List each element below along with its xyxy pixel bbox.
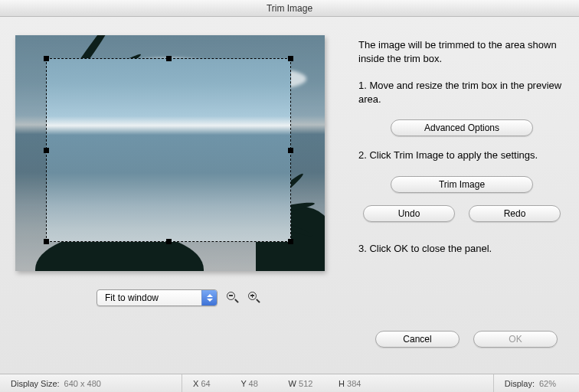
undo-button[interactable]: Undo [363, 205, 455, 222]
status-display-label: Display: [505, 379, 535, 388]
status-h-value: 384 [347, 379, 373, 388]
window-titlebar: Trim Image [0, 0, 579, 17]
status-w-label: W [289, 379, 296, 388]
zoom-in-icon[interactable] [248, 292, 260, 304]
status-y-value: 48 [249, 379, 275, 388]
ok-button[interactable]: OK [473, 331, 558, 348]
instructions-intro: The image will be trimmed to the area sh… [358, 38, 565, 65]
trim-handle-mid-right[interactable] [288, 148, 293, 153]
instructions-step1: 1. Move and resize the trim box in the p… [358, 79, 565, 106]
trim-handle-bottom-right[interactable] [288, 239, 293, 244]
trim-image-button[interactable]: Trim Image [391, 176, 533, 193]
zoom-mode-select[interactable]: Fit to window [96, 289, 218, 306]
instructions-step2: 2. Click Trim Image to apply the setting… [358, 149, 565, 162]
status-bar: Display Size: 640 x 480 X 64 Y 48 W 512 … [0, 374, 579, 392]
trim-handle-top-left[interactable] [44, 56, 49, 61]
zoom-mode-value: Fit to window [105, 292, 159, 303]
trim-handle-top-right[interactable] [288, 56, 293, 61]
trim-handle-bottom-mid[interactable] [166, 239, 172, 244]
cancel-button[interactable]: Cancel [375, 331, 460, 348]
trim-handle-top-mid[interactable] [166, 56, 172, 61]
advanced-options-button[interactable]: Advanced Options [391, 119, 533, 136]
status-x-value: 64 [201, 379, 227, 388]
status-display-size-value: 640 x 480 [64, 379, 101, 388]
redo-button[interactable]: Redo [469, 205, 561, 222]
status-x-label: X [193, 379, 198, 388]
trim-handle-mid-left[interactable] [44, 148, 49, 153]
status-y-label: Y [240, 379, 246, 388]
trim-box[interactable] [46, 58, 291, 242]
status-display-size-label: Display Size: [11, 379, 60, 388]
select-stepper-icon [201, 290, 217, 305]
status-w-value: 512 [299, 379, 325, 388]
status-h-label: H [339, 379, 345, 388]
window-title: Trim Image [267, 3, 312, 14]
image-preview[interactable] [15, 35, 325, 271]
trim-handle-bottom-left[interactable] [44, 239, 49, 244]
zoom-out-icon[interactable] [227, 292, 239, 304]
instructions-step3: 3. Click OK to close the panel. [358, 242, 565, 256]
status-display-value: 62% [539, 379, 556, 388]
